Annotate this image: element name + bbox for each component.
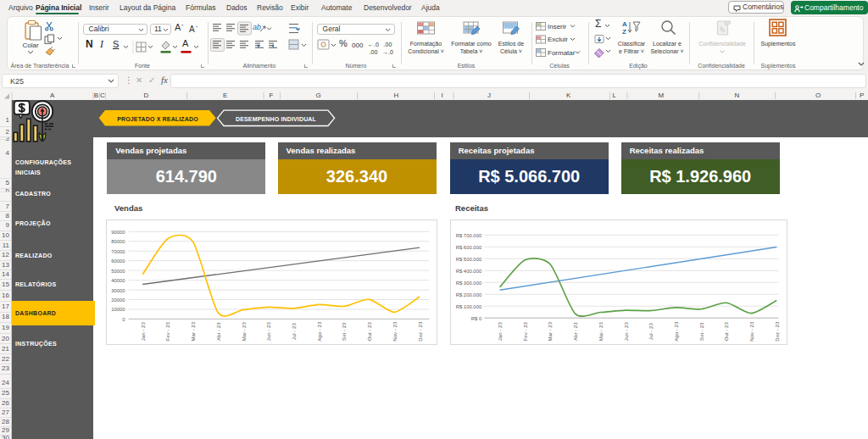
svg-text:Dez - 23: Dez - 23 — [774, 321, 780, 342]
svg-text:Set - 23: Set - 23 — [342, 321, 348, 340]
svg-text:PROJETADO X REALIZADO: PROJETADO X REALIZADO — [117, 116, 198, 122]
svg-text:Nov - 23: Nov - 23 — [392, 321, 398, 342]
svg-text:Out - 23: Out - 23 — [366, 321, 372, 341]
svg-text:R$ 0: R$ 0 — [471, 315, 482, 320]
svg-text:Set - 23: Set - 23 — [698, 321, 704, 340]
svg-text:50000: 50000 — [111, 268, 125, 273]
svg-text:Ago - 23: Ago - 23 — [316, 321, 322, 342]
svg-text:Jul - 23: Jul - 23 — [291, 322, 297, 340]
svg-text:DESEMPENHO INDIVIDUAL: DESEMPENHO INDIVIDUAL — [236, 116, 317, 122]
svg-text:Mai - 23: Mai - 23 — [241, 321, 247, 341]
svg-text:R$ 500.000: R$ 500.000 — [456, 256, 482, 261]
svg-text:R$ 100.000: R$ 100.000 — [456, 303, 482, 308]
svg-text:Jun - 23: Jun - 23 — [623, 321, 629, 341]
svg-text:Jul - 23: Jul - 23 — [648, 322, 654, 340]
svg-text:Fev - 23: Fev - 23 — [165, 321, 171, 341]
svg-text:10000: 10000 — [111, 307, 125, 312]
svg-text:R$ 200.000: R$ 200.000 — [456, 292, 482, 297]
svg-text:Ago - 23: Ago - 23 — [673, 321, 679, 342]
svg-text:Abr - 23: Abr - 23 — [215, 321, 221, 340]
svg-text:80000: 80000 — [111, 239, 125, 244]
svg-text:90000: 90000 — [111, 229, 125, 234]
svg-text:Jan - 23: Jan - 23 — [497, 321, 503, 341]
svg-text:R$ 300.000: R$ 300.000 — [456, 280, 482, 285]
svg-text:Mai - 23: Mai - 23 — [598, 321, 604, 341]
svg-text:Abr - 23: Abr - 23 — [572, 321, 578, 340]
svg-text:R$ 700.000: R$ 700.000 — [456, 232, 482, 237]
svg-text:Mar - 23: Mar - 23 — [190, 321, 196, 341]
svg-text:Jun - 23: Jun - 23 — [266, 321, 272, 341]
svg-text:0: 0 — [123, 316, 126, 321]
svg-text:Nov - 23: Nov - 23 — [748, 321, 754, 342]
svg-text:70000: 70000 — [111, 248, 125, 253]
svg-text:Dez - 23: Dez - 23 — [417, 321, 423, 342]
svg-text:Fev - 23: Fev - 23 — [522, 321, 528, 341]
svg-text:R$ 600.000: R$ 600.000 — [456, 244, 482, 249]
svg-text:60000: 60000 — [111, 258, 125, 264]
svg-text:Mar - 23: Mar - 23 — [547, 321, 553, 341]
svg-text:30000: 30000 — [111, 287, 125, 292]
svg-text:20000: 20000 — [111, 297, 125, 302]
svg-text:40000: 40000 — [111, 278, 125, 283]
svg-text:R$ 400.000: R$ 400.000 — [456, 268, 482, 273]
svg-text:Jan - 23: Jan - 23 — [140, 321, 146, 341]
svg-text:Out - 23: Out - 23 — [723, 321, 729, 341]
